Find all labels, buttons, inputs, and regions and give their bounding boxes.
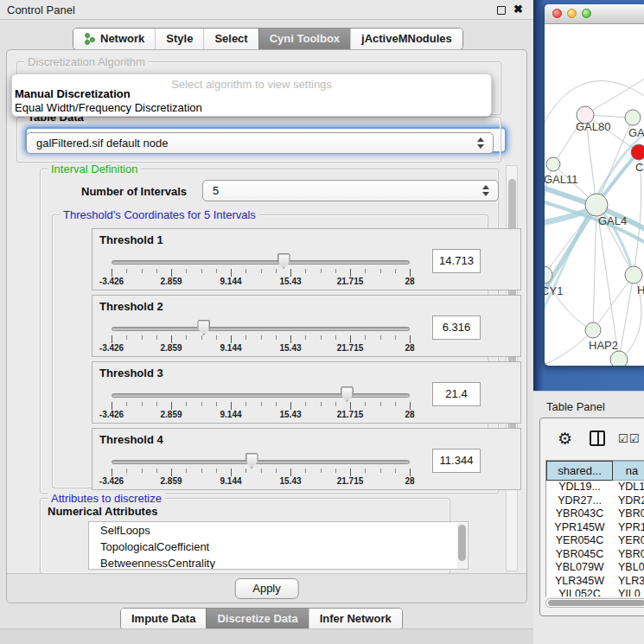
tab-style[interactable]: Style [155,29,203,49]
table-row[interactable]: YDR27...YDR2 [546,494,644,508]
table-cell[interactable]: YBR045C [546,548,613,562]
table-row[interactable]: YBL079WYBL0 [546,561,644,575]
table-row[interactable]: YLR345WYLR3 [546,575,644,589]
slider-thumb[interactable] [245,453,258,469]
tick-label: 21.715 [337,343,364,353]
table-row[interactable]: YPR145WYPR1 [546,521,644,535]
column-header[interactable]: shared... [546,461,613,481]
threshold-value-field[interactable]: 6.316 [432,316,481,340]
tick-mark [201,469,202,473]
table-cell[interactable]: YIL052C [546,588,613,596]
tick-label: 9.144 [220,476,241,486]
slider-track[interactable] [112,327,410,331]
network-node[interactable] [546,157,560,171]
list-scrollbar[interactable] [457,523,467,570]
slider-thumb[interactable] [341,386,354,402]
algorithm-option[interactable]: Manual Discretization [15,87,131,100]
table-cell[interactable]: YPR1 [613,521,644,535]
table-cell[interactable]: YDR2 [613,494,644,508]
table-cell[interactable]: YPR145W [546,521,613,535]
apply-button[interactable]: Apply [234,578,299,599]
tab-select[interactable]: Select [203,29,258,49]
table-cell[interactable]: YER0 [613,534,644,548]
tick-mark [201,335,202,340]
attribute-item[interactable]: TopologicalCoefficient [89,539,468,555]
attribute-item[interactable]: BetweennessCentrality [89,555,468,570]
table-cell[interactable]: YDL19... [546,481,613,494]
select-checkboxes-icon[interactable]: ☑☑ [618,432,640,445]
tab-infer-network[interactable]: Infer Network [309,609,402,629]
tab-label: Infer Network [320,612,392,625]
zoom-traffic-light-icon[interactable] [582,9,591,18]
node-table: shared...naYDL19...YDL1YDR27...YDR2YBR04… [545,460,644,596]
table-cell[interactable]: YLR3 [613,575,644,589]
gear-icon[interactable]: ⚙ [558,429,572,449]
threshold-value-field[interactable]: 11.344 [432,449,481,473]
attributes-listbox[interactable]: SelfLoopsTopologicalCoefficientBetweenne… [88,521,469,570]
table-cell[interactable]: YLR345W [546,575,613,589]
tick-label: 2.859 [160,410,182,419]
table-row[interactable]: YIL052CYIL0 [546,588,644,596]
close-traffic-light-icon[interactable] [552,9,562,18]
table-cell[interactable]: YBL0 [613,561,644,575]
network-node[interactable] [625,266,642,284]
tick-label: 15.43 [279,343,301,353]
numerical-attributes-label: Numerical Attributes [48,505,157,518]
threshold-value-field[interactable]: 21.4 [432,382,481,406]
network-canvas[interactable]: GAL80GACGAL11GAL4GCY1HHAP2 [545,24,644,366]
slider-track[interactable] [112,460,410,464]
slider-track[interactable] [112,393,410,398]
network-node[interactable] [585,322,601,338]
tab-label: Select [214,32,247,45]
network-node[interactable] [625,110,641,125]
table-row[interactable]: YDL19...YDL1 [546,481,644,494]
tab-impute-data[interactable]: Impute Data [121,609,206,629]
tick-label: 9.144 [220,410,241,419]
tab-label: Style [166,32,193,45]
network-node[interactable] [585,194,608,216]
table-cell[interactable]: YBR0 [613,548,644,562]
tab-cyni-toolbox[interactable]: Cyni Toolbox [258,29,350,49]
table-hscrollbar-thumb[interactable] [548,600,644,606]
slider-track[interactable] [112,260,410,265]
tick-mark [365,335,366,340]
threshold-value-field[interactable]: 14.713 [432,249,481,273]
tick-mark [216,469,217,473]
table-row[interactable]: YBR043CYBR0 [546,507,644,521]
tick-label: 21.715 [337,410,364,419]
network-node[interactable] [631,144,644,160]
table-data-combobox[interactable]: galFiltered.sif default node [26,132,494,154]
tick-mark [350,469,351,476]
tick-mark [335,269,336,273]
network-node[interactable] [610,351,628,366]
attribute-item[interactable]: SelfLoops [89,522,468,539]
tick-mark [365,469,366,473]
tick-mark [305,335,306,340]
table-cell[interactable]: YBR043C [546,507,613,521]
list-scrollbar-thumb[interactable] [458,525,466,561]
table-cell[interactable]: YBL079W [546,561,613,575]
tab-jactivemnodules[interactable]: jActiveMNodules [350,29,462,49]
slider-thumb[interactable] [197,320,210,335]
slider-thumb[interactable] [277,253,290,269]
columns-icon[interactable] [590,430,605,446]
table-cell[interactable]: YIL0 [613,588,644,596]
table-cell[interactable]: YBR0 [613,507,644,521]
column-header[interactable]: na [613,461,644,481]
table-cell[interactable]: YDR27... [546,494,613,508]
algorithm-option[interactable]: Equal Width/Frequency Discretization [15,101,202,114]
table-cell[interactable]: YER054C [546,534,613,548]
tab-network[interactable]: Network [73,29,155,49]
tick-label: -3.426 [99,343,124,353]
minimize-traffic-light-icon[interactable] [567,9,577,18]
table-cell[interactable]: YDL1 [613,481,644,494]
table-row[interactable]: YBR045CYBR0 [546,548,644,562]
table-row[interactable]: YER054CYER0 [546,534,644,548]
tick-mark [305,402,306,406]
num-intervals-combobox[interactable]: 5 [202,180,499,201]
tick-mark [171,269,172,277]
close-icon[interactable]: ✖ [513,3,523,16]
table-hscrollbar[interactable] [545,598,644,608]
float-window-icon[interactable] [497,6,506,15]
tab-discretize-data[interactable]: Discretize Data [206,609,308,629]
